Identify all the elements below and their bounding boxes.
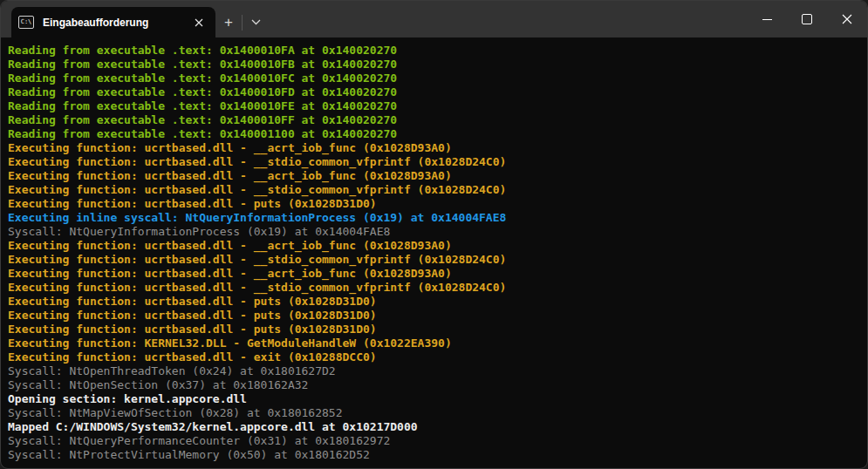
terminal-line: Syscall: NtQueryPerformanceCounter (0x31…	[8, 434, 860, 448]
plus-icon: +	[224, 15, 233, 30]
maximize-icon	[802, 14, 812, 24]
tab-close-button[interactable]	[189, 13, 208, 32]
terminal-line: Executing function: ucrtbased.dll - __ac…	[8, 267, 860, 281]
terminal-line: Executing function: ucrtbased.dll - __st…	[8, 155, 860, 169]
terminal-line: Reading from executable .text: 0x1400011…	[8, 127, 860, 141]
terminal-line: Opening section: kernel.appcore.dll	[8, 392, 860, 406]
terminal-line: Reading from executable .text: 0x1400010…	[8, 85, 860, 99]
terminal-output[interactable]: Reading from executable .text: 0x1400010…	[1, 37, 867, 462]
terminal-window: C:\ Eingabeaufforderung +	[0, 0, 868, 469]
chevron-down-icon	[251, 19, 261, 25]
terminal-line: Syscall: NtOpenThreadToken (0x24) at 0x1…	[8, 364, 860, 378]
terminal-line: Reading from executable .text: 0x1400010…	[8, 99, 860, 113]
tab-eingabeaufforderung[interactable]: C:\ Eingabeaufforderung	[11, 7, 215, 37]
terminal-line: Executing inline syscall: NtQueryInforma…	[8, 211, 860, 225]
tab-title: Eingabeaufforderung	[43, 17, 189, 29]
tab-dropdown-button[interactable]	[243, 7, 269, 37]
terminal-line: Executing function: ucrtbased.dll - __ac…	[8, 239, 860, 253]
close-icon	[842, 14, 852, 24]
terminal-line: Syscall: NtQueryInformationProcess (0x19…	[8, 225, 860, 239]
terminal-line: Mapped C:/WINDOWS/System32/kernel.appcor…	[8, 420, 860, 434]
terminal-line: Reading from executable .text: 0x1400010…	[8, 71, 860, 85]
close-icon	[195, 18, 203, 27]
minimize-icon	[762, 19, 772, 20]
title-bar: C:\ Eingabeaufforderung +	[1, 1, 867, 37]
terminal-line: Executing function: ucrtbased.dll - __st…	[8, 281, 860, 295]
new-tab-button[interactable]: +	[215, 7, 242, 37]
terminal-line: Executing function: ucrtbased.dll - puts…	[8, 309, 860, 323]
terminal-line: Executing function: ucrtbased.dll - puts…	[8, 197, 860, 211]
window-controls	[747, 1, 867, 37]
maximize-button[interactable]	[787, 1, 827, 37]
terminal-line: Syscall: NtProtectVirtualMemory (0x50) a…	[8, 448, 860, 462]
terminal-line: Syscall: NtOpenSection (0x37) at 0x18016…	[8, 378, 860, 392]
titlebar-drag-region[interactable]	[269, 1, 747, 37]
terminal-line: Executing function: ucrtbased.dll - puts…	[8, 295, 860, 309]
terminal-line: Executing function: ucrtbased.dll - exit…	[8, 350, 860, 364]
terminal-line: Syscall: NtMapViewOfSection (0x28) at 0x…	[8, 406, 860, 420]
terminal-line: Reading from executable .text: 0x1400010…	[8, 58, 860, 71]
close-window-button[interactable]	[827, 1, 867, 37]
command-prompt-icon: C:\	[18, 16, 34, 29]
minimize-button[interactable]	[747, 1, 787, 37]
terminal-line: Executing function: ucrtbased.dll - puts…	[8, 323, 860, 336]
terminal-line: Reading from executable .text: 0x1400010…	[8, 44, 860, 58]
terminal-line: Reading from executable .text: 0x1400010…	[8, 113, 860, 127]
terminal-line: Executing function: KERNEL32.DLL - GetMo…	[8, 336, 860, 350]
terminal-line: Executing function: ucrtbased.dll - __st…	[8, 183, 860, 197]
terminal-line: Executing function: ucrtbased.dll - __st…	[8, 253, 860, 267]
terminal-line: Executing function: ucrtbased.dll - __ac…	[8, 141, 860, 155]
terminal-line: Executing function: ucrtbased.dll - __ac…	[8, 169, 860, 183]
